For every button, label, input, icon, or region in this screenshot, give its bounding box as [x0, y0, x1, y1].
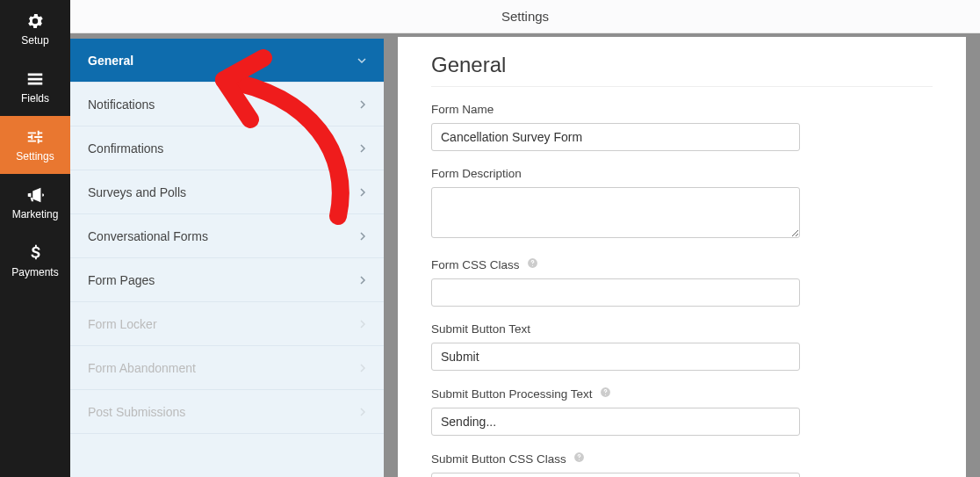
panel-title: General — [431, 53, 933, 77]
sidebar-item-notifications[interactable]: Notifications — [70, 83, 384, 126]
sidebar-item-general[interactable]: General — [70, 39, 384, 83]
label-form-name: Form Name — [431, 103, 933, 116]
sidebar-item-label: Form Pages — [88, 273, 155, 287]
main-area: Settings General Notifications Confirmat… — [70, 0, 980, 477]
rail-label-fields: Fields — [21, 92, 49, 105]
field-submit-button-text: Submit Button Text — [431, 322, 933, 371]
panel-divider — [431, 86, 933, 87]
chevron-down-icon — [357, 54, 366, 68]
sidebar-item-label: Confirmations — [88, 141, 163, 155]
sidebar-item-form-abandonment[interactable]: Form Abandonment — [70, 346, 384, 390]
rail-item-fields[interactable]: Fields — [0, 58, 70, 116]
help-icon[interactable] — [527, 257, 538, 271]
chevron-right-icon — [359, 405, 366, 419]
input-form-css-class[interactable] — [431, 278, 800, 307]
field-submit-css-class: Submit Button CSS Class — [431, 452, 933, 477]
rail-item-payments[interactable]: Payments — [0, 232, 70, 290]
rail-item-settings[interactable]: Settings — [0, 116, 70, 174]
label-submit-css-class: Submit Button CSS Class — [431, 452, 566, 466]
input-form-description[interactable] — [431, 187, 800, 238]
content-row: General Notifications Confirmations Surv… — [70, 33, 980, 477]
sidebar-item-form-pages[interactable]: Form Pages — [70, 258, 384, 302]
rail-item-setup[interactable]: Setup — [0, 0, 70, 58]
chevron-right-icon — [359, 229, 366, 243]
rail-label-settings: Settings — [16, 150, 54, 163]
top-bar: Settings — [70, 0, 980, 33]
sidebar-item-label: Notifications — [88, 98, 155, 112]
sidebar-item-label: Form Abandonment — [88, 361, 196, 375]
sidebar-item-surveys-polls[interactable]: Surveys and Polls — [70, 170, 384, 214]
gear-icon — [25, 11, 45, 31]
field-submit-processing-text: Submit Button Processing Text — [431, 387, 933, 436]
sidebar-item-post-submissions[interactable]: Post Submissions — [70, 390, 384, 434]
sliders-icon — [25, 127, 45, 147]
chevron-right-icon — [359, 98, 366, 112]
help-icon[interactable] — [573, 452, 585, 466]
sidebar-item-label: Conversational Forms — [88, 229, 208, 243]
panel-wrap: General Form Name Form Description Form … — [384, 33, 980, 477]
field-form-description: Form Description — [431, 167, 933, 242]
sidebar-item-label: Post Submissions — [88, 405, 185, 419]
dollar-icon — [25, 243, 45, 263]
label-submit-button-text: Submit Button Text — [431, 322, 933, 336]
list-icon — [25, 69, 45, 89]
sidebar-item-label: General — [88, 54, 133, 68]
settings-sidebar: General Notifications Confirmations Surv… — [70, 39, 384, 477]
rail-label-marketing: Marketing — [12, 208, 59, 220]
sidebar-item-confirmations[interactable]: Confirmations — [70, 126, 384, 170]
label-form-description: Form Description — [431, 167, 933, 180]
chevron-right-icon — [359, 361, 366, 375]
rail-item-marketing[interactable]: Marketing — [0, 174, 70, 232]
sidebar-item-label: Surveys and Polls — [88, 185, 186, 199]
rail-label-payments: Payments — [11, 266, 58, 278]
rail-label-setup: Setup — [21, 34, 48, 47]
sidebar-item-form-locker[interactable]: Form Locker — [70, 302, 384, 346]
left-nav-rail: Setup Fields Settings Marketing Payments — [0, 0, 70, 477]
label-form-css-class: Form CSS Class — [431, 258, 520, 271]
sidebar-item-conversational-forms[interactable]: Conversational Forms — [70, 214, 384, 258]
chevron-right-icon — [359, 141, 366, 155]
sidebar-item-label: Form Locker — [88, 317, 157, 331]
field-form-name: Form Name — [431, 103, 933, 151]
field-form-css-class: Form CSS Class — [431, 257, 933, 307]
settings-panel: General Form Name Form Description Form … — [398, 37, 966, 477]
chevron-right-icon — [359, 185, 366, 199]
chevron-right-icon — [359, 273, 366, 287]
input-submit-button-text[interactable] — [431, 343, 800, 371]
page-title: Settings — [501, 9, 549, 24]
input-submit-css-class[interactable] — [431, 473, 800, 477]
input-submit-processing-text[interactable] — [431, 408, 800, 436]
input-form-name[interactable] — [431, 123, 800, 151]
megaphone-icon — [25, 185, 45, 205]
help-icon[interactable] — [600, 387, 611, 401]
chevron-right-icon — [359, 317, 366, 331]
label-submit-processing-text: Submit Button Processing Text — [431, 387, 593, 401]
